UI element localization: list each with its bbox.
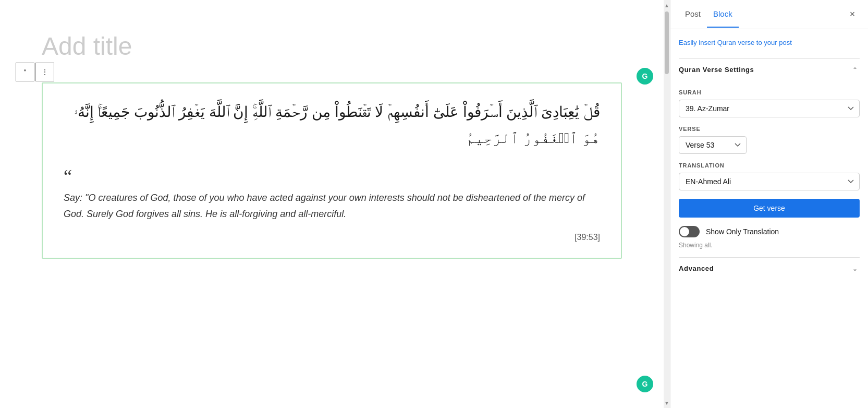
translation-text: Say: "O creatures of God, those of you w… (64, 190, 600, 222)
tab-block[interactable]: Block (707, 1, 739, 28)
verse-select[interactable]: Verse 53 (679, 136, 747, 154)
sidebar-body: Easily insert Quran verse to your post Q… (670, 29, 868, 408)
block-toolbar: “ ⋮ (16, 63, 54, 81)
translation-select[interactable]: EN-Ahmed Ali (679, 173, 860, 190)
tab-post[interactable]: Post (679, 1, 707, 28)
scroll-arrow-up[interactable]: ▲ (664, 1, 670, 9)
surah-label: SURAH (679, 89, 860, 95)
surah-select[interactable]: 39. Az-Zumar (679, 100, 860, 117)
sidebar-header: Post Block × (670, 0, 868, 29)
grammarly-icon-top[interactable]: G (637, 68, 653, 85)
more-options-toolbar-button[interactable]: ⋮ (35, 63, 54, 81)
get-verse-button[interactable]: Get verse (679, 199, 860, 218)
settings-chevron-up-icon: ⌃ (850, 65, 860, 75)
quote-mark-icon: “ (64, 167, 600, 186)
arabic-line2: هُوَ ٱلۡغَفُورُ ٱلرَّحِيمُ (466, 130, 600, 146)
plugin-description: Easily insert Quran verse to your post (679, 38, 860, 48)
showing-all-label: Showing all. (679, 242, 860, 249)
close-sidebar-button[interactable]: × (845, 7, 860, 22)
post-title[interactable]: Add title (42, 31, 622, 62)
verse-label: VERSE (679, 126, 860, 132)
settings-section-title: Quran Verse Settings (679, 66, 754, 74)
scrollbar-track[interactable]: ▲ ▼ (664, 0, 670, 408)
translation-label: TRANSLATION (679, 162, 860, 169)
translation-field-group: TRANSLATION EN-Ahmed Ali (679, 162, 860, 190)
toggle-label: Show Only Translation (706, 227, 779, 236)
arabic-line1: قُلۡ يَٰعِبَادِىَ ٱلَّذِينَ أَسۡرَفُواْ … (74, 104, 600, 120)
arabic-verse-text: قُلۡ يَٰعِبَادِىَ ٱلَّذِينَ أَسۡرَفُواْ … (64, 99, 600, 152)
scroll-thumb[interactable] (665, 11, 669, 74)
sidebar: Post Block × Easily insert Quran verse t… (670, 0, 868, 408)
settings-section-header[interactable]: Quran Verse Settings ⌃ (679, 58, 860, 81)
scroll-arrow-down[interactable]: ▼ (664, 399, 670, 407)
surah-field-group: SURAH 39. Az-Zumar (679, 89, 860, 117)
advanced-section-header[interactable]: Advanced ⌄ (679, 257, 860, 280)
show-only-translation-toggle[interactable] (679, 226, 700, 237)
verse-field-group: VERSE Verse 53 (679, 126, 860, 154)
toggle-row: Show Only Translation (679, 226, 860, 237)
quote-toolbar-button[interactable]: “ (16, 63, 34, 81)
quran-verse-block: قُلۡ يَٰعِبَادِىَ ٱلَّذِينَ أَسۡرَفُواْ … (42, 82, 622, 259)
translation-section: “ Say: "O creatures of God, those of you… (64, 167, 600, 242)
grammarly-icon-bottom[interactable]: G (637, 376, 653, 392)
advanced-chevron-down-icon: ⌄ (850, 264, 860, 273)
editor-area: Add title “ ⋮ G قُلۡ يَٰعِبَادِىَ ٱلَّذِ… (0, 0, 664, 408)
advanced-title: Advanced (679, 265, 714, 272)
editor-content: Add title “ ⋮ G قُلۡ يَٰعِبَادِىَ ٱلَّذِ… (0, 0, 664, 408)
verse-reference: [39:53] (64, 233, 600, 242)
